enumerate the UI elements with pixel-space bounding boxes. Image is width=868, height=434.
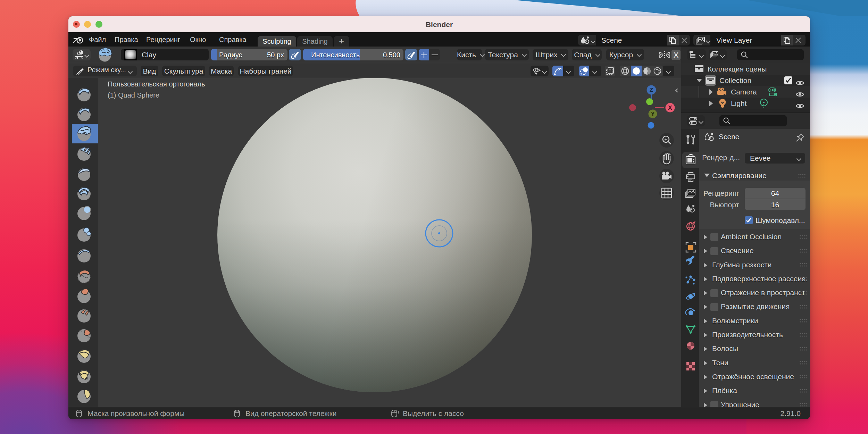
svg-text:X: X [668, 105, 672, 111]
svg-text:Z: Z [650, 87, 653, 93]
svg-text:Y: Y [651, 111, 655, 117]
